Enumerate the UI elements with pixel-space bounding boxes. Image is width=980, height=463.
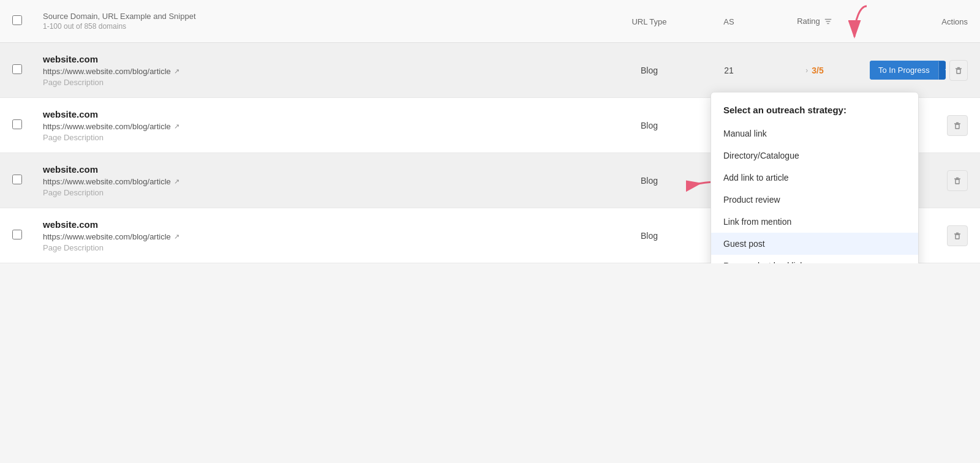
row1-checkbox[interactable] bbox=[12, 64, 22, 74]
header-urltype-col: URL Type bbox=[600, 17, 698, 26]
row3-urltype: Blog bbox=[600, 176, 698, 186]
header-rating-label: Rating bbox=[797, 17, 820, 26]
row1-checkbox-col bbox=[12, 64, 43, 76]
row3-source: website.com https://www.website.com/blog… bbox=[43, 164, 600, 197]
trash-icon bbox=[952, 231, 962, 241]
header-checkbox-col bbox=[12, 15, 43, 27]
row4-urltype: Blog bbox=[600, 231, 698, 241]
row2-urltype: Blog bbox=[600, 121, 698, 130]
row4-url: https://www.website.com/blog/article ↗ bbox=[43, 232, 600, 241]
header-source-label: Source Domain, URL Example and Snippet bbox=[43, 12, 600, 21]
header-rating-col: Rating bbox=[760, 17, 870, 26]
row1-description: Page Description bbox=[43, 78, 600, 87]
row1-urltype: Blog bbox=[600, 66, 698, 75]
row4-checkbox[interactable] bbox=[12, 230, 22, 239]
header-urltype-label: URL Type bbox=[631, 17, 666, 26]
external-link-icon[interactable]: ↗ bbox=[174, 67, 179, 75]
external-link-icon[interactable]: ↗ bbox=[174, 178, 179, 186]
row1-actions: To In Progress ▾ bbox=[870, 60, 968, 81]
svg-rect-10 bbox=[956, 179, 959, 184]
dropdown-item-guest-post[interactable]: Guest post bbox=[711, 233, 918, 255]
external-link-icon[interactable]: ↗ bbox=[174, 233, 179, 241]
row2-checkbox-col bbox=[12, 119, 43, 131]
row2-domain: website.com bbox=[43, 109, 600, 119]
row1-url: https://www.website.com/blog/article ↗ bbox=[43, 67, 600, 76]
header-source-col: Source Domain, URL Example and Snippet 1… bbox=[43, 12, 600, 31]
dropdown-item-product-review[interactable]: Product review bbox=[711, 189, 918, 211]
row1-delete-button[interactable] bbox=[949, 60, 968, 81]
row2-delete-button[interactable] bbox=[947, 115, 968, 136]
in-progress-label: To In Progress bbox=[870, 61, 938, 80]
outreach-dropdown: Select an outreach strategy: Manual link… bbox=[710, 92, 919, 263]
header-actions-label: Actions bbox=[941, 17, 968, 26]
row2-source: website.com https://www.website.com/blog… bbox=[43, 109, 600, 142]
row1-as: 21 bbox=[698, 66, 760, 75]
row3-checkbox-col bbox=[12, 175, 43, 186]
row3-checkbox[interactable] bbox=[12, 175, 22, 184]
trash-icon bbox=[954, 66, 963, 75]
row1-domain: website.com bbox=[43, 54, 600, 64]
row4-checkbox-col bbox=[12, 230, 43, 241]
row3-url: https://www.website.com/blog/article ↗ bbox=[43, 177, 600, 186]
select-all-checkbox[interactable] bbox=[12, 15, 22, 25]
row4-description: Page Description bbox=[43, 243, 600, 252]
dropdown-item-link-mention[interactable]: Link from mention bbox=[711, 211, 918, 233]
header-as-col: AS bbox=[698, 17, 760, 26]
table-row: website.com https://www.website.com/blog… bbox=[0, 43, 980, 98]
row3-domain: website.com bbox=[43, 164, 600, 175]
row3-description: Page Description bbox=[43, 188, 600, 197]
row4-source: website.com https://www.website.com/blog… bbox=[43, 219, 600, 252]
rating-filter-icon[interactable] bbox=[824, 17, 832, 26]
table-header: Source Domain, URL Example and Snippet 1… bbox=[0, 0, 980, 43]
row2-description: Page Description bbox=[43, 133, 600, 142]
row2-url: https://www.website.com/blog/article ↗ bbox=[43, 122, 600, 131]
in-progress-chevron-icon: ▾ bbox=[938, 61, 946, 80]
row4-domain: website.com bbox=[43, 219, 600, 230]
table-container: Source Domain, URL Example and Snippet 1… bbox=[0, 0, 980, 263]
header-actions-col: Actions bbox=[870, 17, 968, 26]
header-source-subtitle: 1-100 out of 858 domains bbox=[43, 22, 600, 31]
svg-rect-7 bbox=[956, 124, 959, 129]
dropdown-title: Select an outreach strategy: bbox=[711, 100, 918, 122]
svg-rect-14 bbox=[956, 235, 959, 239]
row1-rating-value: 3/5 bbox=[812, 66, 823, 75]
external-link-icon[interactable]: ↗ bbox=[174, 122, 179, 130]
row4-delete-button[interactable] bbox=[947, 225, 968, 246]
row2-checkbox[interactable] bbox=[12, 119, 22, 129]
row3-delete-button[interactable] bbox=[947, 170, 968, 191]
row1-rating: › 3/5 bbox=[760, 66, 870, 75]
to-in-progress-button[interactable]: To In Progress ▾ bbox=[870, 61, 946, 80]
dropdown-item-add-link[interactable]: Add link to article bbox=[711, 167, 918, 189]
trash-icon bbox=[952, 121, 962, 130]
dropdown-item-recover-backlinks[interactable]: Recover lost backlinks bbox=[711, 255, 918, 263]
dropdown-item-manual-link[interactable]: Manual link bbox=[711, 122, 918, 145]
trash-icon bbox=[952, 176, 962, 186]
rating-chevron-icon: › bbox=[805, 66, 808, 75]
header-as-label: AS bbox=[723, 17, 734, 26]
dropdown-item-directory[interactable]: Directory/Catalogue bbox=[711, 145, 918, 167]
row1-source: website.com https://www.website.com/blog… bbox=[43, 54, 600, 87]
svg-rect-3 bbox=[957, 69, 960, 73]
